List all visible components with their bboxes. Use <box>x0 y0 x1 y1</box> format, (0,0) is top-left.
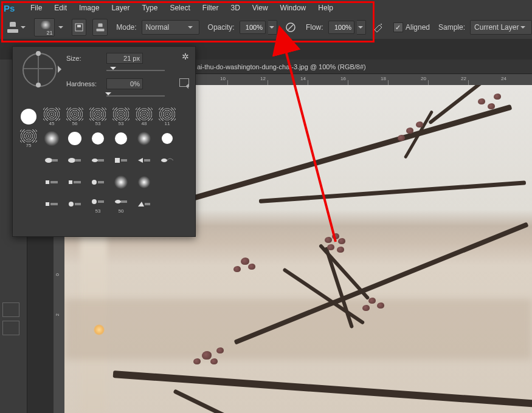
brush-preset[interactable]: 53 <box>110 106 132 127</box>
brush-angle-widget[interactable] <box>19 52 60 87</box>
aligned-checkbox[interactable]: ✓ Aligned <box>393 22 430 32</box>
menu-filter[interactable]: Filter <box>196 0 225 16</box>
brush-preset[interactable]: 56 <box>64 106 86 127</box>
quick-mask-icon[interactable] <box>2 302 19 317</box>
hardness-slider[interactable] <box>66 92 189 100</box>
svg-rect-5 <box>52 159 58 162</box>
size-value[interactable]: 21 px <box>106 53 143 64</box>
opacity-value[interactable]: 100% <box>240 21 266 34</box>
svg-rect-1 <box>77 25 81 27</box>
brush-preset[interactable] <box>87 150 109 171</box>
brush-preset[interactable] <box>64 194 86 214</box>
screen-mode-icon[interactable] <box>2 321 19 335</box>
menu-window[interactable]: Window <box>274 0 313 16</box>
svg-rect-24 <box>75 203 81 205</box>
svg-point-27 <box>115 200 121 203</box>
svg-point-8 <box>92 159 98 162</box>
brush-preset[interactable]: 11 <box>156 106 178 127</box>
mode-select[interactable]: Normal <box>142 20 199 35</box>
brush-panel-menu-icon[interactable]: ✲ <box>182 52 189 61</box>
brush-preset[interactable]: 53 <box>87 106 109 127</box>
sample-select[interactable]: Current Layer <box>470 20 532 35</box>
brush-preset[interactable]: 75 <box>18 128 40 149</box>
brush-preset-grid: 45 56 53 53 48 11 75 53 50 <box>13 103 195 216</box>
clone-stamp-tool-icon[interactable] <box>7 22 17 33</box>
sample-label: Sample: <box>438 23 465 32</box>
size-label: Size: <box>66 55 106 62</box>
aligned-label: Aligned <box>406 23 430 32</box>
menu-3d[interactable]: 3D <box>224 0 246 16</box>
brush-preset[interactable] <box>18 106 40 127</box>
brush-preset[interactable] <box>133 128 155 149</box>
brush-preset[interactable] <box>156 150 178 171</box>
svg-point-25 <box>92 199 97 204</box>
svg-rect-9 <box>98 159 104 162</box>
options-bar: 21 Mode: Normal Opacity: 100% Flow: 100%… <box>0 16 532 39</box>
clone-source-panel-button[interactable] <box>92 19 108 36</box>
svg-point-3 <box>381 24 382 25</box>
brush-preset[interactable]: 53 <box>87 194 109 214</box>
menu-layer[interactable]: Layer <box>105 0 136 16</box>
svg-marker-12 <box>138 158 143 163</box>
pressure-opacity-icon[interactable] <box>283 19 297 35</box>
flow-label: Flow: <box>306 23 323 32</box>
brush-preset[interactable] <box>133 194 155 214</box>
brush-preset[interactable] <box>156 128 178 149</box>
brush-preset[interactable] <box>87 128 109 149</box>
airbrush-icon[interactable] <box>371 19 385 35</box>
brush-size-number: 21 <box>46 30 52 36</box>
menu-type[interactable]: Type <box>136 0 164 16</box>
brush-preset[interactable] <box>110 150 132 171</box>
brush-panel-popout-icon[interactable] <box>179 78 189 87</box>
brush-preset[interactable]: 45 <box>41 106 63 127</box>
brush-preset[interactable]: 50 <box>110 194 132 214</box>
svg-rect-13 <box>144 159 150 162</box>
svg-point-23 <box>69 202 74 206</box>
brush-preset[interactable] <box>41 172 63 193</box>
brush-preset[interactable] <box>110 128 132 149</box>
menu-file[interactable]: File <box>24 0 48 16</box>
mode-label: Mode: <box>116 23 136 32</box>
brush-preset[interactable] <box>110 172 132 193</box>
opacity-label: Opacity: <box>208 23 235 32</box>
brush-preset[interactable] <box>64 128 86 149</box>
flow-dropdown[interactable] <box>357 20 366 35</box>
flow-value[interactable]: 100% <box>328 21 354 34</box>
svg-point-6 <box>68 158 75 163</box>
brush-preset[interactable] <box>41 194 63 214</box>
svg-rect-11 <box>121 159 127 162</box>
svg-rect-7 <box>75 159 81 162</box>
menu-help[interactable]: Help <box>312 0 339 16</box>
size-slider[interactable] <box>66 66 189 75</box>
brush-preset[interactable]: 48 <box>133 106 155 127</box>
svg-rect-30 <box>145 203 150 205</box>
aligned-check-icon: ✓ <box>393 22 403 32</box>
menu-select[interactable]: Select <box>164 0 196 16</box>
tool-preset-dropdown[interactable] <box>21 24 26 31</box>
mode-value: Normal <box>146 23 170 32</box>
hardness-value[interactable]: 0% <box>106 78 143 89</box>
brush-preset[interactable] <box>41 150 63 171</box>
menu-view[interactable]: View <box>246 0 274 16</box>
sample-value: Current Layer <box>474 23 519 32</box>
svg-rect-26 <box>98 200 104 203</box>
brush-preset[interactable] <box>133 150 155 171</box>
brush-preset-popup: ✲ Size: 21 px Hardness: 0% 45 56 53 53 4… <box>12 46 196 237</box>
document-title: ai-thu-do-washington-dung-chat-3.jpg @ 1… <box>197 63 366 70</box>
opacity-dropdown[interactable] <box>268 20 277 35</box>
svg-rect-15 <box>46 180 49 184</box>
brush-preset-picker[interactable]: 21 <box>34 18 55 36</box>
brush-preset[interactable] <box>133 172 155 193</box>
brush-preset[interactable] <box>41 128 63 149</box>
svg-rect-17 <box>69 180 72 184</box>
brush-preset[interactable] <box>87 172 109 193</box>
menu-edit[interactable]: Edit <box>48 0 73 16</box>
svg-rect-21 <box>46 202 49 206</box>
menu-bar: Ps File Edit Image Layer Type Select Fil… <box>0 0 532 16</box>
menu-image[interactable]: Image <box>73 0 105 16</box>
brush-preset[interactable] <box>64 172 86 193</box>
brush-preset-dropdown[interactable] <box>58 24 63 31</box>
brush-preset[interactable] <box>64 150 86 171</box>
toggle-brush-panel-button[interactable] <box>72 19 87 36</box>
svg-rect-18 <box>74 181 81 183</box>
